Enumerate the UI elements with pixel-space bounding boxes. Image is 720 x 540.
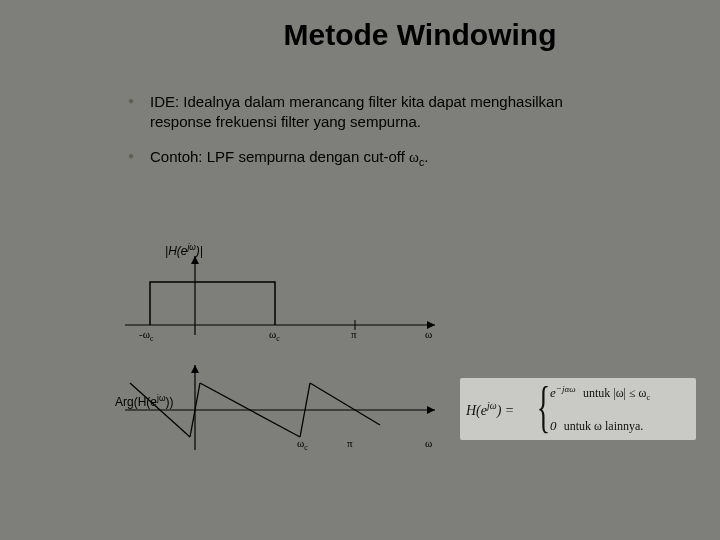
magnitude-plot: |H(ejω)| -ωc ωc π ω bbox=[125, 250, 465, 340]
omega-symbol: ω bbox=[409, 149, 419, 165]
example-post: . bbox=[424, 148, 428, 165]
arg-pre: Arg(H(e bbox=[115, 395, 157, 409]
neg-wc-sym: -ω bbox=[139, 328, 150, 340]
arg-tick-omega: ω bbox=[425, 437, 432, 449]
mag-tick-wc: ωc bbox=[269, 328, 280, 343]
lhs-sup: jω bbox=[487, 400, 497, 411]
plots-area: |H(ejω)| -ωc ωc π ω bbox=[125, 250, 465, 480]
arg-tick-pi: π bbox=[347, 437, 353, 449]
mag-tick-pi: π bbox=[351, 328, 357, 340]
phase-plot: Arg(H(ejω)) ωc π ω bbox=[125, 365, 465, 455]
lhs-pre: H(e bbox=[466, 403, 487, 418]
top-sub: c bbox=[646, 394, 650, 403]
top-sup: −jαω bbox=[556, 384, 576, 394]
svg-line-13 bbox=[310, 383, 380, 425]
bot-untuk: untuk ω lainnya. bbox=[564, 419, 644, 433]
formula-box: H(ejω) = { e−jαω untuk |ω| ≤ ωc 0 untuk … bbox=[460, 378, 696, 440]
arg-wc-sub: c bbox=[304, 443, 307, 452]
wc-sub: c bbox=[276, 334, 279, 343]
formula-rhs-bot: 0 untuk ω lainnya. bbox=[550, 418, 643, 434]
mag-tick-omega: ω bbox=[425, 328, 432, 340]
bot-val: 0 bbox=[550, 418, 557, 433]
formula-lhs: H(ejω) = bbox=[466, 400, 514, 419]
svg-marker-8 bbox=[191, 365, 199, 373]
top-untuk-text: untuk |ω| ≤ ω bbox=[583, 386, 647, 400]
magnitude-plot-svg bbox=[125, 250, 445, 340]
arg-tick-wc: ωc bbox=[297, 437, 308, 452]
brace-icon: { bbox=[537, 376, 550, 438]
phase-plot-svg bbox=[125, 365, 445, 455]
intro-paragraph: IDE: Idealnya dalam merancang filter kit… bbox=[150, 92, 620, 133]
page-title: Metode Windowing bbox=[160, 18, 680, 52]
phase-ylabel: Arg(H(ejω)) bbox=[115, 393, 173, 409]
arg-post: )) bbox=[165, 395, 173, 409]
svg-marker-6 bbox=[427, 406, 435, 414]
mag-tick-neg-wc: -ωc bbox=[139, 328, 153, 343]
formula-rhs-top: e−jαω untuk |ω| ≤ ωc bbox=[550, 384, 650, 403]
slide: Metode Windowing IDE: Idealnya dalam mer… bbox=[0, 0, 720, 540]
magnitude-ylabel: |H(ejω)| bbox=[165, 242, 203, 258]
lhs-post: ) = bbox=[497, 403, 515, 418]
neg-wc-sub: c bbox=[150, 334, 153, 343]
example-pre: Contoh: LPF sempurna dengan cut-off bbox=[150, 148, 409, 165]
top-untuk: untuk |ω| ≤ ωc bbox=[583, 386, 650, 400]
example-paragraph: Contoh: LPF sempurna dengan cut-off ωc. bbox=[150, 147, 620, 169]
